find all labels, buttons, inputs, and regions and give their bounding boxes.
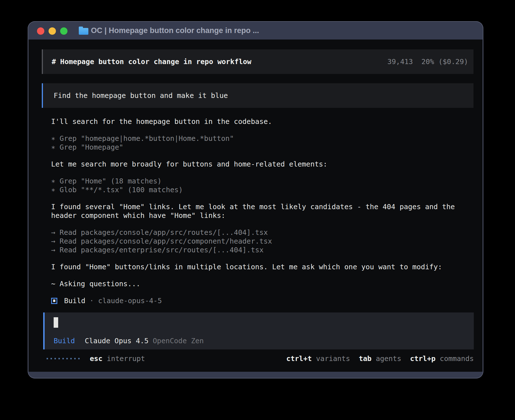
provider-name: OpenCode Zen — [153, 336, 204, 345]
assistant-text: I found "Home" buttons/links in multiple… — [51, 262, 475, 271]
session-stats: 39,413 20% ($0.29) — [387, 58, 468, 66]
separator-dot: · — [85, 296, 98, 305]
tool-call-line: ∗ Glob "**/*.tsx" (100 matches) — [51, 185, 475, 194]
spinner-dot — [66, 358, 68, 359]
conversation: I'll search for the homepage button in t… — [51, 117, 475, 305]
shortcut-hint: ctrl+p commands — [410, 355, 474, 363]
tool-call-line: → Read packages/console/app/src/componen… — [51, 237, 475, 246]
zoom-button[interactable] — [60, 27, 67, 35]
minimize-button[interactable] — [49, 27, 56, 35]
agent-square-icon — [51, 298, 57, 304]
shortcut-label: variants — [312, 355, 350, 363]
agent-label: Build — [64, 296, 85, 305]
shortcut-key: esc — [90, 355, 102, 363]
status-bar: esc interrupt ctrl+t variantstab agentsc… — [47, 354, 474, 363]
tool-call-line: → Read packages/enterprise/src/routes/[.… — [51, 246, 475, 254]
shortcut-hint: ctrl+t variants — [286, 355, 350, 363]
spinner-dot — [62, 358, 64, 359]
shortcut-label: agents — [372, 355, 401, 363]
user-message: Find the homepage button and make it blu… — [42, 83, 473, 108]
tool-call-line: ∗ Grep "homepage|home.*button|Home.*butt… — [51, 134, 475, 143]
tool-call-line: ∗ Grep "Home" (18 matches) — [51, 177, 475, 185]
spinner-dots-icon — [47, 358, 80, 359]
agent-status-row: Build · claude-opus-4-5 — [51, 296, 475, 305]
text-cursor — [54, 317, 58, 328]
spinner-dot — [51, 358, 52, 359]
context-usage: 20% ($0.29) — [421, 58, 468, 66]
assistant-text: I found several "Home" links. Let me loo… — [51, 202, 475, 220]
spinner-dot — [70, 358, 72, 359]
agent-model: claude-opus-4-5 — [98, 296, 162, 305]
tool-call-line: → Read packages/console/app/src/routes/[… — [51, 228, 475, 237]
prompt-meta: Build Claude Opus 4.5 OpenCode Zen — [54, 336, 474, 345]
desktop: { "window": { "title": "OC | Homepage bu… — [0, 0, 515, 420]
shortcut-key: ctrl+t — [286, 355, 312, 363]
tool-call-group: ∗ Grep "homepage|home.*button|Home.*butt… — [51, 134, 475, 152]
session-header: # Homepage button color change in repo w… — [42, 49, 473, 74]
shortcut-label: commands — [436, 355, 474, 363]
spinner-dot — [54, 358, 56, 359]
agent-name: Build — [54, 336, 75, 345]
spinner-dot — [58, 358, 60, 359]
shortcut-label: interrupt — [102, 355, 145, 363]
shortcut-hint: esc interrupt — [90, 355, 145, 363]
token-count: 39,413 — [387, 58, 413, 66]
spinner-dot — [78, 358, 80, 359]
shortcut-key: tab — [359, 355, 372, 363]
assistant-text: ~ Asking questions... — [51, 279, 475, 288]
spinner-dot — [47, 358, 48, 359]
terminal-window: OC | Homepage button color change in rep… — [28, 21, 483, 379]
assistant-text: I'll search for the homepage button in t… — [51, 117, 475, 126]
spinner-dot — [74, 358, 76, 359]
session-title: # Homepage button color change in repo w… — [52, 58, 251, 66]
user-message-text: Find the homepage button and make it blu… — [54, 91, 228, 100]
shortcut-key: ctrl+p — [410, 355, 435, 363]
status-left: esc interrupt — [47, 355, 145, 363]
status-hints-left: esc interrupt — [90, 355, 145, 363]
folder-icon — [79, 28, 88, 35]
window-titlebar[interactable]: OC | Homepage button color change in rep… — [28, 21, 483, 40]
window-title: OC | Homepage button color change in rep… — [91, 21, 259, 40]
prompt-input[interactable]: Build Claude Opus 4.5 OpenCode Zen — [43, 312, 474, 349]
shortcut-hint: tab agents — [359, 355, 401, 363]
close-button[interactable] — [37, 27, 44, 35]
tool-call-group: ∗ Grep "Home" (18 matches)∗ Glob "**/*.t… — [51, 177, 475, 194]
terminal-content: # Homepage button color change in repo w… — [29, 40, 483, 372]
status-hints-right: ctrl+t variantstab agentsctrl+p commands — [286, 355, 474, 363]
traffic-lights — [37, 27, 67, 35]
tool-call-line: ∗ Grep "Homepage" — [51, 143, 475, 152]
assistant-text: Let me search more broadly for buttons a… — [51, 160, 475, 169]
model-name: Claude Opus 4.5 — [85, 336, 149, 345]
tool-call-group: → Read packages/console/app/src/routes/[… — [51, 228, 475, 254]
